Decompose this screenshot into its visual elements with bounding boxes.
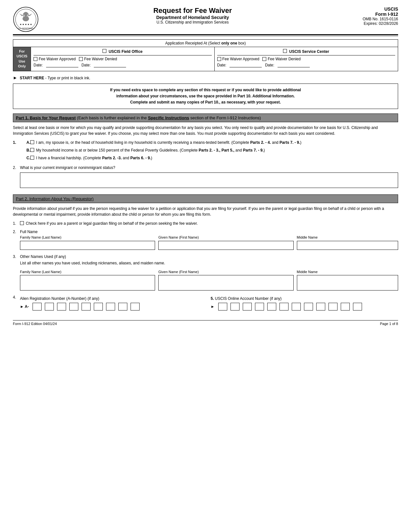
only-label: Only	[18, 64, 26, 69]
uscis-emblem: ★ ★ ★ ★ ★ U.S. DEPARTMENT	[13, 6, 39, 32]
part1-c-checkbox[interactable]	[30, 156, 34, 160]
part1-a-checkbox[interactable]	[30, 140, 34, 144]
part1-letter-b: B.	[20, 147, 30, 153]
account-cell-2[interactable]	[230, 303, 240, 310]
field-office-denied-checkbox[interactable]	[79, 57, 83, 61]
account-cell-11[interactable]	[341, 303, 350, 310]
part2-guardian-checkbox[interactable]	[20, 221, 24, 225]
info-line3: Complete and submit as many copies of Pa…	[130, 100, 281, 104]
part1-item1b: B. My household income is at or below 15…	[20, 147, 398, 153]
anumber-cell-6[interactable]	[94, 303, 103, 310]
account-cell-4[interactable]	[255, 303, 264, 310]
part2-other-given-name-input[interactable]	[158, 275, 293, 291]
part2-anumber-row: Alien Registration Number (A-Number) (if…	[20, 296, 398, 310]
account-arrow: ►	[211, 304, 215, 310]
form-id: Form I-912	[347, 12, 398, 17]
part2-full-name-label: Full Name	[20, 230, 38, 234]
field-office-date-input2[interactable]	[94, 63, 126, 67]
service-center-label: USCIS Service Center	[289, 49, 329, 54]
immigrant-status-input[interactable]	[20, 172, 398, 188]
field-office-approved-text: Fee Waiver Approved	[39, 57, 76, 61]
service-center-date-input2[interactable]	[278, 63, 310, 67]
account-cell-10[interactable]	[328, 303, 338, 310]
service-center-denied-checkbox[interactable]	[262, 57, 266, 61]
account-cell-9[interactable]	[316, 303, 325, 310]
service-center-approved-checkbox[interactable]	[217, 57, 221, 61]
part2-family-name-input[interactable]	[20, 241, 155, 250]
part2-given-name-label: Given Name (First Name)	[158, 235, 293, 240]
service-center-approved-text: Fee Waiver Approved	[222, 57, 259, 61]
service-center-date-label2: Date:	[265, 63, 274, 67]
field-office-checkbox[interactable]	[103, 49, 106, 53]
part2-other-middle-name-input[interactable]	[297, 275, 398, 291]
account-cell-5[interactable]	[267, 303, 276, 310]
footer-left: Form I-912 Edition 04/01/24	[13, 322, 57, 326]
anumber-cell-3[interactable]	[57, 303, 66, 310]
part2-other-name-fields: Family Name (Last Name) Given Name (Firs…	[20, 269, 398, 291]
anumber-cell-7[interactable]	[106, 303, 115, 310]
start-here-subtext: - Type or print in black ink.	[45, 76, 90, 80]
part2-other-family-name-label: Family Name (Last Name)	[20, 269, 155, 275]
part2-num3: 3.	[13, 254, 20, 260]
header-divider-thick	[13, 34, 398, 35]
part2-label: Part 2. Information About You (Requestor…	[16, 196, 93, 201]
part2-given-name-input[interactable]	[158, 241, 293, 250]
anumber-cell-2[interactable]	[45, 303, 54, 310]
part1-c-content: I have a financial hardship. (Complete P…	[30, 155, 398, 161]
service-center-date-input1[interactable]	[230, 63, 262, 67]
account-cell-1[interactable]	[218, 303, 227, 310]
part2-middle-name-input[interactable]	[297, 241, 398, 250]
anumber-cell-8[interactable]	[118, 303, 127, 310]
part1-item1-content: A. I am, my spouse is, or the head of ho…	[20, 140, 398, 163]
part2-item2-content: Full Name Family Name (Last Name) Given …	[20, 229, 398, 252]
service-center-denied-text: Fee Waiver Denied	[268, 57, 300, 61]
account-cell-7[interactable]	[292, 303, 301, 310]
uscis-field-office-col: USCIS Field Office Fee Waiver Approved F…	[31, 47, 215, 71]
part1-body: Select at least one basis or more for wh…	[13, 125, 398, 136]
part2-other-given-name-label: Given Name (First Name)	[158, 269, 293, 275]
info-line1: If you need extra space to complete any …	[110, 88, 301, 92]
service-center-header: USCIS Service Center	[217, 48, 396, 55]
part1-letter-c: C.	[20, 155, 30, 161]
part1-specific-instructions: Specific Instructions	[148, 115, 189, 120]
footer-right: Page 1 of 8	[380, 322, 398, 326]
part1-header: Part 1. Basis for Your Request (Each bas…	[13, 113, 398, 122]
account-cell-3[interactable]	[243, 303, 252, 310]
service-center-waiver-row: Fee Waiver Approved Fee Waiver Denied	[217, 57, 396, 61]
part2-family-name-group: Family Name (Last Name)	[20, 235, 155, 250]
start-here-text: START HERE	[20, 76, 44, 80]
uscis-label-col: For USCIS Use Only	[13, 47, 31, 71]
arrow-icon: ►	[13, 75, 17, 80]
svg-text:U.S. DEPARTMENT: U.S. DEPARTMENT	[18, 27, 33, 29]
field-office-approved-checkbox[interactable]	[34, 57, 37, 61]
header-divider-thin	[13, 36, 398, 36]
field-office-denied-label[interactable]: Fee Waiver Denied	[79, 57, 117, 61]
service-center-approved-label[interactable]: Fee Waiver Approved	[217, 57, 259, 61]
anumber-cell-5[interactable]	[82, 303, 91, 310]
service-center-denied-label[interactable]: Fee Waiver Denied	[262, 57, 300, 61]
account-cell-12[interactable]	[353, 303, 362, 310]
part1-header-suffix2: section of the Form I-912 Instructions)	[190, 115, 261, 120]
field-office-date-input1[interactable]	[46, 63, 78, 67]
part2-item4-5-content: Alien Registration Number (A-Number) (if…	[20, 294, 398, 310]
account-cell-6[interactable]	[279, 303, 289, 310]
anumber-cell-9[interactable]	[131, 303, 140, 310]
svg-point-4	[23, 16, 29, 21]
part2-account-num-label: 5. USCIS Online Account Number (if any)	[211, 296, 282, 301]
anumber-cell-1[interactable]	[33, 303, 42, 310]
field-office-approved-label[interactable]: Fee Waiver Approved	[34, 57, 76, 61]
account-cell-8[interactable]	[304, 303, 313, 310]
uscis-box-header: Application Receipted At (Select only on…	[13, 40, 398, 47]
part1-num1: 1.	[13, 140, 20, 163]
info-line2: information about your circumstances, us…	[116, 94, 295, 98]
part2-item1: 1. Check here if you are a parent or leg…	[13, 221, 398, 226]
part2-middle-name-label: Middle Name	[297, 235, 398, 240]
anumber-cell-4[interactable]	[69, 303, 78, 310]
field-office-denied-text: Fee Waiver Denied	[84, 57, 117, 61]
part2-other-family-name-input[interactable]	[20, 275, 155, 291]
page-footer: Form I-912 Edition 04/01/24 Page 1 of 8	[13, 320, 398, 326]
part2-num2: 2.	[13, 229, 20, 235]
service-center-checkbox[interactable]	[283, 49, 287, 53]
part1-item1: 1. A. I am, my spouse is, or the head of…	[13, 140, 398, 163]
part1-b-checkbox[interactable]	[30, 148, 34, 152]
